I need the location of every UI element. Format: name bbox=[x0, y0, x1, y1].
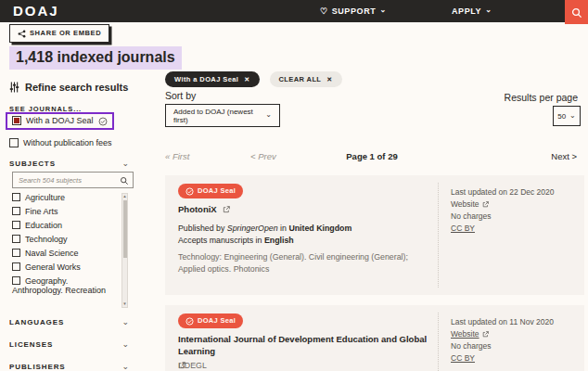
scroll-down-icon[interactable]: ▼ bbox=[122, 301, 127, 307]
checkbox-icon[interactable] bbox=[12, 235, 20, 243]
publisher-country: United Kingdom bbox=[288, 224, 352, 233]
subject-item-naval-science[interactable]: Naval Science bbox=[12, 249, 120, 258]
website-link-label: Website bbox=[451, 198, 479, 211]
license-link[interactable]: CC BY bbox=[451, 353, 475, 363]
website-link-label: Website bbox=[451, 328, 479, 340]
filter-with-doaj-seal[interactable]: With a DOAJ Seal bbox=[6, 112, 114, 130]
search-button[interactable] bbox=[565, 0, 588, 24]
charges-status: No charges bbox=[451, 340, 554, 352]
share-icon bbox=[18, 29, 26, 38]
chevron-down-icon: ⌄ bbox=[485, 8, 492, 12]
checkbox-icon[interactable] bbox=[12, 262, 20, 271]
doaj-seal-badge-label: DOAJ Seal bbox=[198, 186, 236, 195]
subject-label: Fine Arts bbox=[25, 207, 58, 216]
heart-icon: ♡ bbox=[320, 6, 328, 16]
check-circle-icon bbox=[185, 186, 194, 196]
check-circle-icon bbox=[185, 316, 194, 326]
subject-label: Naval Science bbox=[25, 249, 79, 258]
scroll-up-icon[interactable]: ▲ bbox=[122, 194, 127, 199]
published-by-line: Published by SpringerOpen in United King… bbox=[178, 223, 352, 235]
nav-support[interactable]: ♡ SUPPORT ⌄ bbox=[320, 6, 387, 16]
external-link-icon bbox=[178, 359, 436, 371]
checkbox-checked-icon[interactable] bbox=[12, 116, 21, 125]
subject-search-box bbox=[12, 172, 134, 188]
doaj-logo[interactable]: DOAJ bbox=[13, 3, 59, 19]
scrollbar-thumb[interactable] bbox=[123, 200, 127, 258]
search-icon bbox=[120, 172, 129, 188]
no-fees-filter-label: Without publication fees bbox=[23, 138, 112, 147]
refine-search-label: Refine search results bbox=[25, 82, 128, 93]
subject-list-scrollbar[interactable]: ▲ ▼ bbox=[121, 193, 128, 308]
facet-subjects[interactable]: SUBJECTS ⌄ bbox=[9, 159, 130, 168]
subject-item-general-works[interactable]: General Works bbox=[12, 262, 120, 272]
doaj-seal-badge-label: DOAJ Seal bbox=[198, 316, 236, 325]
nav-apply[interactable]: APPLY ⌄ bbox=[452, 6, 492, 16]
results-per-page-label: Results per page bbox=[505, 92, 578, 103]
facet-publishers[interactable]: PUBLISHERS ⌄ bbox=[9, 362, 130, 371]
checkbox-icon[interactable] bbox=[9, 138, 19, 147]
doaj-seal-badge: DOAJ Seal bbox=[178, 184, 243, 198]
journal-title-link[interactable]: International Journal of Development Edu… bbox=[178, 333, 436, 371]
subject-label: Agriculture bbox=[25, 193, 65, 202]
facet-licenses[interactable]: LICENSES ⌄ bbox=[9, 339, 130, 349]
sort-select-value: Added to DOAJ (newest first) bbox=[173, 108, 265, 124]
checkbox-icon[interactable] bbox=[12, 249, 20, 257]
share-embed-button[interactable]: SHARE OR EMBED bbox=[9, 24, 109, 43]
pagination-next[interactable]: Next > bbox=[551, 151, 577, 161]
close-icon[interactable]: ✕ bbox=[244, 76, 249, 83]
facet-languages[interactable]: LANGUAGES ⌄ bbox=[9, 317, 130, 326]
website-link[interactable]: Website bbox=[451, 198, 555, 211]
checkbox-icon[interactable] bbox=[12, 207, 20, 215]
subject-item-education[interactable]: Education bbox=[12, 221, 120, 230]
chip-with-doaj-seal[interactable]: With a DOAJ Seal ✕ bbox=[165, 71, 260, 87]
search-icon bbox=[571, 6, 582, 19]
page-title: 1,418 indexed journals bbox=[9, 46, 182, 70]
journal-title-text: PhotoniX bbox=[178, 204, 217, 214]
sort-by-label: Sort by bbox=[165, 90, 196, 101]
subject-item-agriculture[interactable]: Agriculture bbox=[12, 193, 120, 202]
filter-without-publication-fees[interactable]: Without publication fees bbox=[9, 138, 112, 147]
external-link-icon bbox=[482, 198, 489, 211]
checkbox-icon[interactable] bbox=[12, 193, 20, 201]
top-nav: DOAJ ♡ SUPPORT ⌄ APPLY ⌄ bbox=[0, 0, 588, 22]
pagination: « First < Prev Page 1 of 29 Next > bbox=[165, 151, 579, 164]
journal-title-link[interactable]: PhotoniX bbox=[178, 203, 436, 215]
subject-item-geography[interactable]: Geography. Anthropology. Recreation bbox=[12, 276, 120, 295]
journal-publisher-info: Published by SpringerOpen in United King… bbox=[178, 223, 352, 247]
journal-title-text: International Journal of Development Edu… bbox=[178, 334, 427, 356]
subject-label: Geography. Anthropology. Recreation bbox=[12, 276, 106, 295]
chip-label: With a DOAJ Seal bbox=[174, 75, 238, 83]
chip-clear-all[interactable]: CLEAR ALL ✕ bbox=[270, 71, 342, 87]
card-divider bbox=[438, 183, 439, 288]
facet-subjects-label: SUBJECTS bbox=[9, 160, 56, 168]
website-link[interactable]: Website bbox=[451, 328, 554, 340]
facet-languages-label: LANGUAGES bbox=[9, 318, 64, 326]
checkbox-icon[interactable] bbox=[12, 221, 20, 229]
external-link-icon bbox=[221, 204, 231, 214]
refine-search-header: Refine search results bbox=[9, 81, 128, 93]
facet-publishers-label: PUBLISHERS bbox=[9, 363, 66, 371]
subject-item-technology[interactable]: Technology bbox=[12, 235, 120, 244]
sort-select[interactable]: Added to DOAJ (newest first) ⌄ bbox=[165, 104, 280, 127]
active-filter-chips: With a DOAJ Seal ✕ CLEAR ALL ✕ bbox=[165, 71, 342, 87]
chip-label: CLEAR ALL bbox=[279, 75, 322, 83]
chevron-down-icon: ⌄ bbox=[122, 317, 130, 326]
close-icon[interactable]: ✕ bbox=[326, 76, 332, 83]
nav-apply-label: APPLY bbox=[452, 6, 481, 16]
subject-search-input[interactable] bbox=[19, 176, 120, 185]
checkbox-icon[interactable] bbox=[12, 276, 20, 285]
chevron-down-icon: ⌄ bbox=[122, 362, 130, 371]
charges-status: No charges bbox=[451, 211, 555, 223]
license-link[interactable]: CC BY bbox=[451, 224, 475, 233]
result-card-photonix: DOAJ Seal PhotoniX Published by Springer… bbox=[165, 175, 584, 295]
subject-label: Education bbox=[25, 221, 62, 230]
result-card-ijdegl: DOAJ Seal International Journal of Devel… bbox=[165, 305, 584, 371]
results-per-page-value: 50 bbox=[557, 112, 566, 121]
chevron-down-icon: ⌄ bbox=[379, 8, 386, 12]
results-per-page-select[interactable]: 50 ⌄ bbox=[553, 106, 581, 126]
seal-filter-label: With a DOAJ Seal bbox=[26, 116, 94, 125]
manuscript-language: English bbox=[264, 236, 294, 245]
publisher-name: SpringerOpen bbox=[227, 224, 278, 233]
external-link-icon bbox=[482, 328, 489, 340]
subject-item-fine-arts[interactable]: Fine Arts bbox=[12, 207, 120, 216]
